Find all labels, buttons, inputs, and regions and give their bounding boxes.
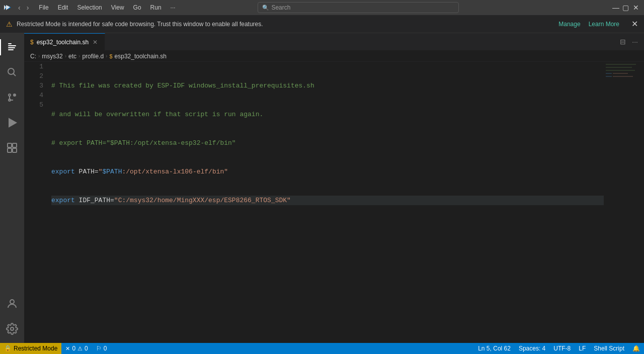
svg-marker-9 (9, 119, 16, 127)
svg-point-15 (11, 327, 14, 330)
indentation-item[interactable]: Spaces: 4 (515, 343, 549, 354)
code-editor[interactable]: 1 2 3 4 5 # This file was created by ESP… (24, 62, 644, 343)
language-label: Shell Script (594, 345, 624, 352)
svg-rect-18 (606, 70, 635, 71)
minimize-button[interactable]: — (612, 4, 620, 12)
line-ending-item[interactable]: LF (575, 343, 590, 354)
notification-icon: ⚠ (6, 20, 13, 28)
encoding-label: UTF-8 (553, 345, 571, 352)
activity-explorer[interactable] (0, 35, 24, 59)
breadcrumb-sep-4: › (106, 53, 107, 59)
svg-rect-21 (606, 76, 612, 77)
activity-run[interactable] (0, 111, 24, 135)
svg-line-5 (14, 74, 16, 76)
menu-bar: File Edit Selection View Go Run ··· (35, 3, 179, 12)
line-ending-label: LF (579, 345, 586, 352)
breadcrumb-sep-1: › (38, 53, 40, 59)
activity-settings[interactable] (0, 317, 24, 341)
code-token: $PATH (102, 167, 122, 176)
line-number-5: 5 (24, 100, 49, 110)
menu-edit[interactable]: Edit (54, 3, 72, 12)
status-right: Ln 5, Col 62 Spaces: 4 UTF-8 LF Shell Sc… (474, 343, 644, 354)
svg-point-4 (8, 68, 14, 74)
errors-warnings-item[interactable]: ✕ 0 ⚠ 0 (61, 343, 92, 354)
activity-search[interactable] (0, 60, 24, 84)
breadcrumb-msys32[interactable]: msys32 (42, 53, 62, 60)
menu-more[interactable]: ··· (167, 3, 180, 12)
svg-rect-22 (613, 76, 633, 77)
cursor-position-item[interactable]: Ln 5, Col 62 (474, 343, 515, 354)
restricted-mode-button[interactable]: 🔒 Restricted Mode (0, 343, 61, 354)
code-token: # export PATH="$PATH:/opt/xtensa-esp32-e… (51, 138, 236, 148)
tabs-bar: $ esp32_toolchain.sh ✕ ⊟ ··· (24, 33, 644, 51)
code-token: " (99, 167, 103, 176)
svg-rect-1 (8, 45, 16, 46)
svg-point-6 (9, 94, 11, 96)
cursor-position: Ln 5, Col 62 (478, 345, 511, 352)
more-actions-button[interactable]: ··· (630, 37, 640, 47)
svg-rect-11 (13, 143, 17, 147)
code-line-1: # This file was created by ESP-IDF windo… (51, 81, 604, 91)
svg-rect-20 (613, 73, 628, 74)
error-icon: ✕ (65, 345, 70, 352)
search-placeholder: Search (271, 4, 290, 11)
line-number-3: 3 (24, 81, 49, 91)
activity-source-control[interactable] (0, 85, 24, 110)
notification-close-button[interactable]: ✕ (631, 19, 638, 29)
restricted-mode-icon: 🔒 (4, 345, 12, 352)
breadcrumb-profile-d[interactable]: profile.d (82, 53, 104, 60)
code-token: export (51, 167, 75, 176)
code-line-4: export PATH="$PATH:/opt/xtensa-lx106-elf… (51, 167, 604, 176)
status-left: 🔒 Restricted Mode ✕ 0 ⚠ 0 ⚐ 0 (0, 343, 111, 354)
code-token: IDF_PATH= (75, 196, 114, 205)
menu-run[interactable]: Run (146, 3, 166, 12)
learn-more-link[interactable]: Learn More (589, 21, 619, 28)
breadcrumb-filename[interactable]: esp32_toolchain.sh (115, 53, 167, 60)
tab-close-button[interactable]: ✕ (92, 38, 99, 47)
breadcrumb: C: › msys32 › etc › profile.d › $ esp32_… (24, 51, 644, 62)
breadcrumb-drive[interactable]: C: (30, 53, 36, 60)
menu-file[interactable]: File (35, 3, 52, 12)
close-button[interactable]: ✕ (632, 4, 640, 12)
search-icon: 🔍 (262, 5, 269, 11)
svg-rect-2 (8, 47, 15, 48)
line-numbers: 1 2 3 4 5 (24, 62, 49, 343)
tab-esp32-toolchain[interactable]: $ esp32_toolchain.sh ✕ (24, 33, 105, 51)
notifications-bell[interactable]: 🔔 (628, 343, 644, 354)
errors-count: 0 (72, 345, 75, 352)
code-content[interactable]: # This file was created by ESP-IDF windo… (49, 62, 604, 343)
info-item[interactable]: ⚐ 0 (92, 343, 111, 354)
svg-rect-12 (8, 148, 12, 152)
menu-go[interactable]: Go (129, 3, 145, 12)
encoding-item[interactable]: UTF-8 (549, 343, 575, 354)
line-number-2: 2 (24, 71, 49, 81)
nav-forward[interactable]: › (25, 3, 31, 13)
activity-account[interactable] (0, 292, 24, 316)
manage-link[interactable]: Manage (558, 21, 580, 28)
editor-area: $ esp32_toolchain.sh ✕ ⊟ ··· C: › msys32… (24, 33, 644, 343)
code-token: PATH= (75, 167, 99, 176)
warnings-count: 0 (85, 345, 88, 352)
nav-back[interactable]: ‹ (16, 3, 23, 13)
notification-banner: ⚠ Restricted Mode is intended for safe c… (0, 15, 644, 33)
breadcrumb-file-icon: $ (109, 53, 112, 59)
code-token: # and will be overwritten if that script… (51, 110, 263, 119)
search-bar[interactable]: 🔍 Search (258, 2, 459, 13)
code-token: :/opt/xtensa-lx106-elf/bin" (122, 167, 228, 176)
tab-file-icon: $ (30, 39, 34, 46)
breadcrumb-sep-3: › (78, 53, 80, 59)
code-token: export (51, 196, 75, 205)
breadcrumb-sep-2: › (65, 53, 66, 59)
language-item[interactable]: Shell Script (590, 343, 628, 354)
activity-bar (0, 33, 24, 343)
menu-selection[interactable]: Selection (73, 3, 106, 12)
main-layout: $ esp32_toolchain.sh ✕ ⊟ ··· C: › msys32… (0, 33, 644, 343)
split-editor-button[interactable]: ⊟ (618, 37, 628, 47)
maximize-button[interactable]: ▢ (622, 4, 630, 12)
warning-icon: ⚠ (77, 345, 83, 352)
activity-extensions[interactable] (0, 136, 24, 160)
vscode-logo (4, 4, 12, 12)
menu-view[interactable]: View (107, 3, 128, 12)
svg-rect-13 (13, 148, 17, 152)
breadcrumb-etc[interactable]: etc (68, 53, 76, 60)
